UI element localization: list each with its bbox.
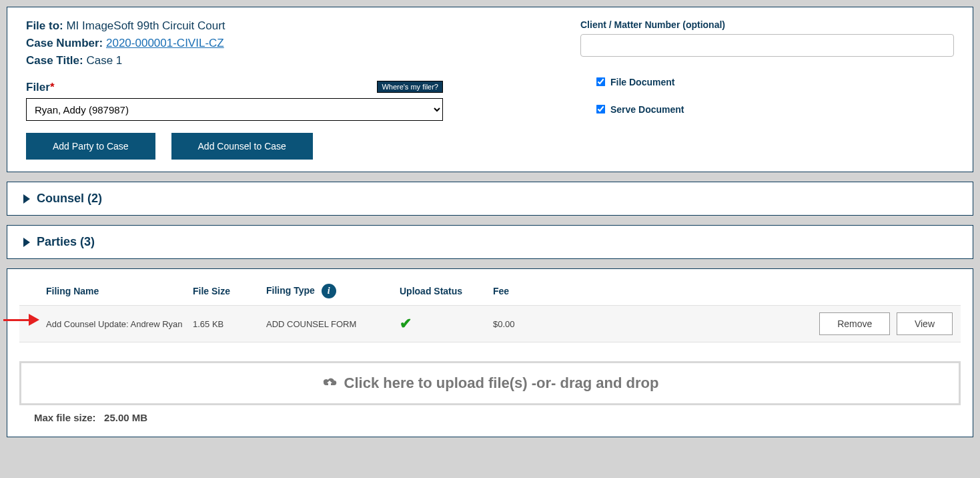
parties-accordion-title: Parties (3) <box>37 235 95 249</box>
header-filing-name: Filing Name <box>19 286 193 296</box>
max-file-size-label: Max file size: <box>34 412 96 423</box>
filing-info-panel: File to: MI ImageSoft 99th Circuit Court… <box>7 7 973 172</box>
chevron-right-icon <box>23 194 30 204</box>
header-upload-status: Upload Status <box>400 286 493 296</box>
file-to-label: File to: <box>26 19 63 32</box>
remove-button[interactable]: Remove <box>819 312 890 335</box>
upload-cloud-icon <box>322 375 338 392</box>
parties-accordion[interactable]: Parties (3) <box>7 225 973 259</box>
counsel-accordion[interactable]: Counsel (2) <box>7 182 973 216</box>
upload-dropzone-text: Click here to upload file(s) -or- drag a… <box>344 375 659 392</box>
filings-panel: Filing Name File Size Filing Type i Uplo… <box>7 268 973 437</box>
filer-select[interactable]: Ryan, Addy (987987) <box>26 98 443 121</box>
case-title-label: Case Title: <box>26 54 83 67</box>
view-button[interactable]: View <box>897 312 953 335</box>
cell-fee: $0.00 <box>493 319 573 329</box>
serve-document-label: Serve Document <box>610 104 684 115</box>
client-matter-label: Client / Matter Number (optional) <box>580 19 954 30</box>
table-row: Add Counsel Update: Andrew Ryan 1.65 KB … <box>19 305 961 342</box>
info-icon[interactable]: i <box>322 284 336 298</box>
case-number-link[interactable]: 2020-000001-CIVIL-CZ <box>106 37 224 49</box>
serve-document-checkbox[interactable] <box>596 105 606 114</box>
case-number-label: Case Number: <box>26 37 103 49</box>
counsel-accordion-title: Counsel (2) <box>37 192 102 206</box>
wheres-my-filer-link[interactable]: Where's my filer? <box>377 81 443 93</box>
file-to-line: File to: MI ImageSoft 99th Circuit Court <box>26 19 580 33</box>
header-filing-type-text: Filing Type <box>266 285 315 296</box>
filings-header-row: Filing Name File Size Filing Type i Uplo… <box>19 277 961 305</box>
case-title-value: Case 1 <box>86 54 122 67</box>
file-to-value: MI ImageSoft 99th Circuit Court <box>66 19 225 32</box>
file-document-label: File Document <box>610 77 674 87</box>
header-file-size: File Size <box>193 286 266 296</box>
add-counsel-button[interactable]: Add Counsel to Case <box>171 133 313 160</box>
max-file-size-value: 25.00 MB <box>104 412 147 423</box>
file-document-checkbox[interactable] <box>596 77 606 87</box>
filer-label-text: Filer <box>26 81 50 93</box>
cell-filing-name: Add Counsel Update: Andrew Ryan <box>19 319 193 329</box>
chevron-right-icon <box>23 238 30 247</box>
max-file-size-line: Max file size: 25.00 MB <box>19 412 961 423</box>
cell-upload-status: ✔ <box>400 315 493 332</box>
case-title-line: Case Title: Case 1 <box>26 54 580 67</box>
header-fee: Fee <box>493 286 573 296</box>
client-matter-input[interactable] <box>580 34 954 57</box>
header-filing-type: Filing Type i <box>266 284 400 298</box>
check-icon: ✔ <box>400 315 412 332</box>
cell-file-size: 1.65 KB <box>193 319 266 329</box>
cell-filing-type: ADD COUNSEL FORM <box>266 319 400 329</box>
upload-dropzone[interactable]: Click here to upload file(s) -or- drag a… <box>19 361 961 405</box>
add-party-button[interactable]: Add Party to Case <box>26 133 155 160</box>
case-number-line: Case Number: 2020-000001-CIVIL-CZ <box>26 37 580 50</box>
